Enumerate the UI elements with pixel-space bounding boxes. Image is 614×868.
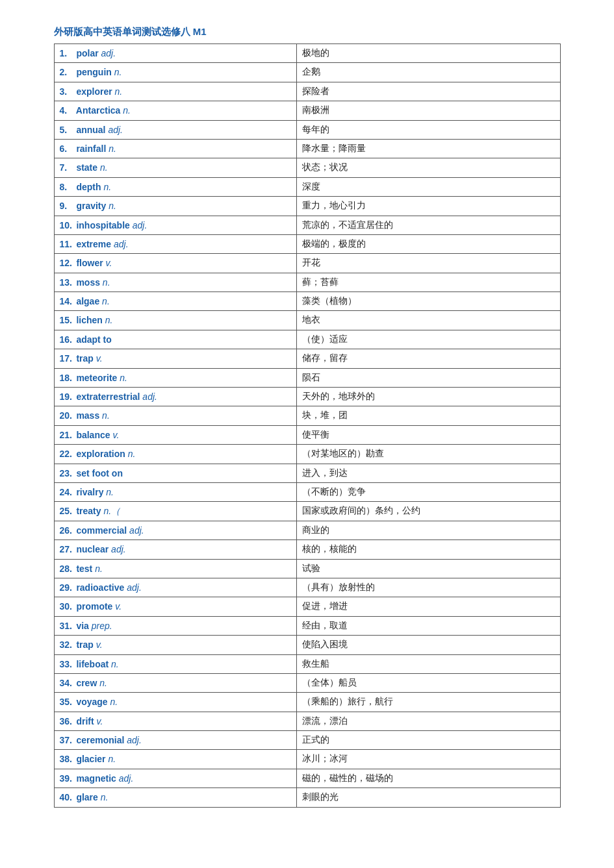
- item-word: rainfall: [74, 143, 107, 154]
- vocab-meaning-cell: 深度: [297, 177, 560, 196]
- table-row: 1. polar adj.极地的: [54, 44, 560, 63]
- item-number: 31.: [60, 619, 74, 633]
- item-pos: n.: [99, 296, 110, 306]
- item-number: 30.: [60, 599, 74, 614]
- table-row: 34. crew n.（全体）船员: [54, 673, 560, 692]
- item-pos: n.: [112, 67, 122, 77]
- table-row: 33. lifeboat n.救生船: [54, 654, 560, 673]
- item-number: 1.: [60, 46, 74, 60]
- vocab-meaning-cell: 南极洲: [297, 101, 560, 120]
- item-number: 29.: [60, 580, 74, 595]
- item-word: trap: [74, 353, 94, 364]
- item-pos: n.: [120, 105, 131, 116]
- vocab-term-cell: 37. ceremonial adj.: [54, 731, 297, 750]
- vocab-term-cell: 31. via prep.: [54, 616, 297, 635]
- page-container: 外研版高中英语单词测试选修八 M1 1. polar adj.极地的2. pen…: [54, 26, 561, 842]
- item-word: crew: [74, 678, 97, 688]
- item-word: extraterrestrial: [74, 391, 140, 402]
- item-number: 7.: [60, 160, 74, 175]
- item-number: 2.: [60, 65, 74, 79]
- item-pos: v.: [94, 716, 103, 726]
- vocab-term-cell: 40. glare n.: [54, 788, 297, 807]
- table-row: 23. set foot on进入，到达: [54, 464, 560, 482]
- table-row: 22. exploration n.（对某地区的）勘查: [54, 445, 560, 464]
- vocab-term-cell: 11. extreme adj.: [54, 234, 297, 253]
- vocab-term-cell: 5. annual adj.: [54, 120, 297, 139]
- vocab-term-cell: 2. penguin n.: [54, 63, 297, 82]
- item-pos: n.: [108, 697, 118, 707]
- vocab-term-cell: 33. lifeboat n.: [54, 654, 297, 673]
- table-row: 40. glare n.刺眼的光: [54, 788, 560, 807]
- table-row: 10. inhospitable adj.荒凉的，不适宜居住的: [54, 216, 560, 234]
- item-number: 19.: [60, 390, 74, 404]
- vocab-term-cell: 32. trap v.: [54, 636, 297, 654]
- table-row: 21. balance v.使平衡: [54, 425, 560, 444]
- vocab-meaning-cell: 储存，留存: [297, 349, 560, 368]
- vocab-meaning-cell: 重力，地心引力: [297, 197, 560, 216]
- item-pos: adj.: [127, 525, 144, 536]
- item-pos: n.: [100, 277, 110, 288]
- vocab-meaning-cell: （对某地区的）勘查: [297, 445, 560, 464]
- table-row: 7. state n.状态；状况: [54, 158, 560, 177]
- item-word: lichen: [74, 315, 103, 325]
- vocab-term-cell: 9. gravity n.: [54, 197, 297, 216]
- vocab-term-cell: 12. flower v.: [54, 254, 297, 273]
- item-word: lifeboat: [74, 659, 109, 669]
- item-pos: n.: [97, 678, 107, 688]
- vocab-term-cell: 21. balance v.: [54, 425, 297, 444]
- table-row: 3. explorer n.探险者: [54, 82, 560, 101]
- vocab-meaning-cell: 荒凉的，不适宜居住的: [297, 216, 560, 234]
- item-pos: adj.: [116, 773, 133, 784]
- vocab-term-cell: 22. exploration n.: [54, 445, 297, 464]
- page-title: 外研版高中英语单词测试选修八 M1: [54, 26, 561, 38]
- vocab-meaning-cell: 核的，核能的: [297, 540, 560, 559]
- item-number: 4.: [60, 103, 74, 118]
- item-pos: prep.: [89, 621, 112, 631]
- vocab-term-cell: 24. rivalry n.: [54, 482, 297, 501]
- item-word: trap: [74, 639, 94, 650]
- table-row: 11. extreme adj.极端的，极度的: [54, 234, 560, 253]
- vocab-term-cell: 26. commercial adj.: [54, 521, 297, 539]
- vocab-meaning-cell: 极地的: [297, 44, 560, 63]
- item-word: adapt to: [74, 334, 112, 345]
- vocab-meaning-cell: 国家或政府间的）条约，公约: [297, 502, 560, 521]
- vocab-table: 1. polar adj.极地的2. penguin n.企鹅3. explor…: [54, 43, 561, 808]
- item-pos: n.: [106, 201, 116, 211]
- table-row: 25. treaty n.（国家或政府间的）条约，公约: [54, 502, 560, 521]
- item-word: ceremonial: [74, 735, 125, 745]
- vocab-meaning-cell: 降水量；降雨量: [297, 139, 560, 158]
- item-number: 3.: [60, 84, 74, 99]
- item-pos: v.: [110, 430, 120, 440]
- vocab-meaning-cell: 地衣: [297, 311, 560, 330]
- vocab-term-cell: 14. algae n.: [54, 292, 297, 311]
- vocab-meaning-cell: 使陷入困境: [297, 636, 560, 654]
- item-word: inhospitable: [74, 220, 130, 230]
- vocab-meaning-cell: 开花: [297, 254, 560, 273]
- item-number: 13.: [60, 275, 74, 290]
- item-number: 10.: [60, 218, 74, 232]
- vocab-meaning-cell: 藓；苔藓: [297, 273, 560, 291]
- vocab-meaning-cell: 经由，取道: [297, 616, 560, 635]
- vocab-term-cell: 13. moss n.: [54, 273, 297, 291]
- vocab-meaning-cell: 状态；状况: [297, 158, 560, 177]
- vocab-meaning-cell: （不断的）竞争: [297, 482, 560, 501]
- table-row: 38. glacier n.冰川；冰河: [54, 750, 560, 769]
- item-number: 32.: [60, 638, 74, 652]
- item-pos: n.（: [101, 506, 121, 516]
- item-number: 11.: [60, 237, 74, 251]
- vocab-term-cell: 17. trap v.: [54, 349, 297, 368]
- item-word: Antarctica: [74, 105, 121, 116]
- item-word: magnetic: [74, 773, 116, 784]
- table-row: 19. extraterrestrial adj.天外的，地球外的: [54, 388, 560, 406]
- item-number: 5.: [60, 123, 74, 137]
- item-pos: n.: [106, 754, 116, 764]
- item-pos: n.: [109, 659, 119, 669]
- table-row: 29. radioactive adj.（具有）放射性的: [54, 578, 560, 597]
- table-row: 4. Antarctica n.南极洲: [54, 101, 560, 120]
- table-row: 14. algae n.藻类（植物）: [54, 292, 560, 311]
- item-pos: adj.: [140, 391, 157, 402]
- item-pos: v.: [112, 601, 122, 612]
- vocab-meaning-cell: 冰川；冰河: [297, 750, 560, 769]
- item-number: 12.: [60, 256, 74, 270]
- item-pos: n.: [101, 182, 112, 192]
